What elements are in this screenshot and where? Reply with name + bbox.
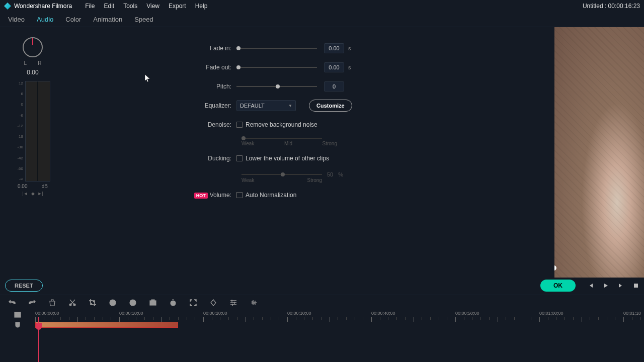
pan-knob[interactable] — [23, 37, 43, 57]
undo-icon[interactable] — [8, 299, 16, 307]
pan-value: 0.00 — [27, 69, 38, 76]
reset-button[interactable]: RESET — [5, 280, 43, 292]
next-frame-icon[interactable] — [618, 283, 624, 289]
magnet-icon[interactable] — [14, 321, 22, 329]
pan-l: L — [24, 60, 27, 66]
expand-icon[interactable] — [189, 299, 197, 307]
menu-edit[interactable]: Edit — [104, 3, 115, 10]
adjust-icon[interactable] — [229, 299, 237, 307]
equalizer-select[interactable]: DEFAULT▼ — [236, 100, 296, 111]
color-icon[interactable] — [129, 299, 137, 307]
playhead[interactable] — [38, 317, 39, 362]
project-title: Untitled : 00:00:16:23 — [583, 3, 640, 10]
ok-button[interactable]: OK — [540, 280, 576, 292]
svg-point-5 — [132, 302, 134, 304]
timeline-clip[interactable] — [35, 322, 178, 328]
volume-checkbox[interactable] — [236, 192, 243, 198]
fadeout-slider[interactable] — [236, 67, 317, 68]
ducking-label: Ducking: — [65, 155, 236, 162]
stop-icon[interactable] — [633, 283, 639, 289]
menu-export[interactable]: Export — [169, 3, 186, 10]
chevron-down-icon: ▼ — [288, 104, 292, 108]
svg-rect-0 — [634, 284, 638, 288]
vu-db-unit: dB — [42, 184, 48, 189]
menu-view[interactable]: View — [146, 3, 159, 10]
pan-r: R — [38, 60, 41, 66]
denoise-checkbox[interactable] — [236, 122, 243, 128]
menu-file[interactable]: File — [85, 3, 95, 10]
tab-color[interactable]: Color — [65, 16, 81, 23]
fadeout-label: Fade out: — [65, 64, 236, 71]
ducking-checkbox[interactable] — [236, 155, 243, 161]
svg-rect-8 — [15, 312, 21, 317]
denoise-checkbox-label: Remove background noise — [246, 121, 317, 128]
fadein-input[interactable] — [324, 43, 344, 53]
menu-tools[interactable]: Tools — [123, 3, 137, 10]
vu-meter: 1260-6-12-18-30-42-60-∞ — [15, 81, 50, 182]
fadeout-input[interactable] — [324, 62, 344, 72]
volume-label: HOTVolume: — [65, 192, 236, 199]
app-logo — [4, 3, 11, 10]
audio-icon[interactable] — [250, 299, 258, 307]
svg-rect-6 — [150, 301, 156, 305]
fadein-slider[interactable] — [236, 48, 317, 49]
denoise-label: Denoise: — [65, 121, 236, 128]
redo-icon[interactable] — [28, 299, 36, 307]
menu-help[interactable]: Help — [195, 3, 208, 10]
tab-animation[interactable]: Animation — [93, 16, 122, 23]
preview-thumbnail — [554, 27, 644, 278]
pitch-slider[interactable] — [236, 86, 317, 87]
fadein-unit: s — [348, 45, 351, 51]
ducking-checkbox-label: Lower the volume of other clips — [246, 155, 329, 162]
fadeout-unit: s — [348, 64, 351, 70]
vu-prev-icon[interactable]: |◄ — [22, 191, 28, 196]
tab-audio[interactable]: Audio — [37, 16, 53, 23]
vu-next-icon[interactable]: ►| — [38, 191, 43, 196]
tab-video[interactable]: Video — [8, 16, 25, 23]
cut-icon[interactable] — [68, 299, 76, 307]
track-menu-icon[interactable] — [14, 311, 22, 319]
denoise-slider — [242, 138, 322, 139]
hot-badge: HOT — [194, 193, 208, 199]
equalizer-label: Equalizer: — [65, 102, 236, 109]
delete-icon[interactable] — [48, 299, 56, 307]
pitch-label: Pitch: — [65, 83, 236, 90]
volume-checkbox-label: Auto Normalization — [246, 192, 296, 199]
vu-db-value: 0.00 — [18, 184, 27, 189]
duration-icon[interactable] — [169, 299, 177, 307]
prev-frame-icon[interactable] — [588, 283, 594, 289]
speed-icon[interactable] — [109, 299, 117, 307]
ducking-slider — [242, 174, 322, 175]
tab-speed[interactable]: Speed — [134, 16, 153, 23]
app-name: Wondershare Filmora — [14, 3, 72, 10]
pitch-input[interactable] — [324, 81, 344, 92]
timeline-track[interactable] — [35, 322, 644, 330]
play-icon[interactable] — [603, 283, 609, 289]
screenshot-icon[interactable] — [149, 299, 157, 307]
customize-button[interactable]: Customize — [309, 100, 352, 112]
fadein-label: Fade in: — [65, 45, 236, 52]
keyframe-icon[interactable] — [209, 299, 217, 307]
preview-panel — [554, 27, 644, 278]
vu-keyframe-icon[interactable]: ◆ — [31, 191, 35, 196]
crop-icon[interactable] — [89, 299, 97, 307]
